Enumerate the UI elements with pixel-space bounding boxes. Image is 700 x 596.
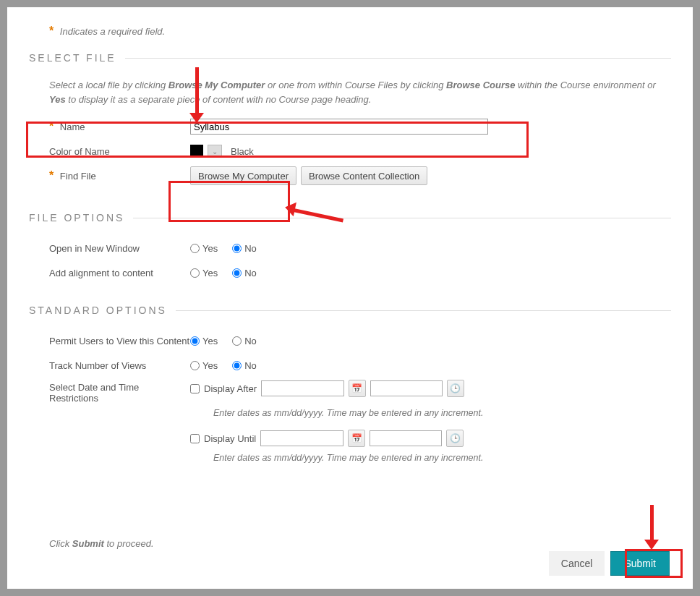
- color-swatch: [190, 145, 203, 158]
- find-file-row: * Find File Browse My Computer Browse Co…: [49, 166, 671, 186]
- section-select-file: SELECT FILE: [29, 52, 671, 64]
- open-new-window-row: Open in New Window Yes No: [49, 238, 671, 258]
- required-asterisk-icon: *: [49, 25, 54, 37]
- section-standard-options: STANDARD OPTIONS: [29, 305, 671, 316]
- display-until-row: Display Until 📅 🕒: [49, 428, 671, 448]
- add-alignment-row: Add alignment to content Yes No: [49, 263, 671, 283]
- display-until-checkbox[interactable]: [190, 434, 200, 443]
- required-note: * Indicates a required field.: [49, 25, 671, 38]
- restrictions-row: Select Date and Time Restrictions Displa…: [49, 380, 671, 404]
- add-alignment-label: Add alignment to content: [49, 268, 190, 278]
- permit-view-no[interactable]: No: [232, 336, 257, 346]
- permit-view-label: Permit Users to View this Content: [49, 336, 190, 346]
- track-views-no[interactable]: No: [232, 360, 257, 371]
- track-views-yes[interactable]: Yes: [190, 360, 218, 371]
- clock-button[interactable]: 🕒: [446, 430, 464, 447]
- display-after-time-input[interactable]: [370, 380, 443, 396]
- section-file-options: FILE OPTIONS: [29, 212, 671, 224]
- add-alignment-yes[interactable]: Yes: [190, 268, 218, 278]
- color-label: Color of Name: [49, 146, 190, 157]
- display-until-time-input[interactable]: [370, 430, 442, 446]
- browse-content-collection-button[interactable]: Browse Content Collection: [301, 166, 427, 185]
- clock-button[interactable]: 🕒: [447, 380, 464, 397]
- display-after-date-input[interactable]: [261, 380, 344, 396]
- chevron-down-icon: ⌄: [212, 148, 218, 156]
- select-file-help: Select a local file by clicking Browse M…: [49, 78, 671, 106]
- name-label: * Name: [49, 120, 190, 133]
- name-input[interactable]: [190, 119, 488, 135]
- required-asterisk-icon: *: [49, 120, 54, 132]
- calendar-button[interactable]: 📅: [348, 430, 365, 447]
- display-after-checkbox[interactable]: [190, 384, 200, 393]
- color-dropdown[interactable]: ⌄: [208, 145, 222, 158]
- track-views-row: Track Number of Views Yes No: [49, 355, 671, 375]
- permit-view-yes[interactable]: Yes: [190, 336, 218, 346]
- display-until-label: Display Until: [204, 433, 256, 444]
- display-until-hint: Enter dates as mm/dd/yyyy. Time may be e…: [213, 453, 671, 463]
- name-row: * Name: [49, 116, 671, 137]
- color-name: Black: [231, 146, 254, 157]
- display-after-hint: Enter dates as mm/dd/yyyy. Time may be e…: [213, 408, 671, 418]
- color-row: Color of Name ⌄ Black: [49, 141, 671, 161]
- required-note-text: Indicates a required field.: [60, 26, 165, 37]
- calendar-icon: 📅: [351, 383, 362, 393]
- browse-my-computer-button[interactable]: Browse My Computer: [190, 166, 296, 185]
- required-asterisk-icon: *: [49, 169, 54, 182]
- display-after-label: Display After: [204, 383, 257, 394]
- calendar-icon: 📅: [351, 433, 362, 443]
- find-file-label: * Find File: [49, 169, 190, 182]
- annotation-arrow-submit: [650, 505, 654, 541]
- calendar-button[interactable]: 📅: [349, 380, 366, 397]
- clock-icon: 🕒: [450, 433, 461, 443]
- footer-note: Click Submit to proceed.: [49, 538, 154, 549]
- open-new-window-yes[interactable]: Yes: [190, 243, 218, 254]
- open-new-window-no[interactable]: No: [232, 243, 257, 254]
- open-new-window-label: Open in New Window: [49, 243, 190, 254]
- clock-icon: 🕒: [450, 383, 461, 393]
- permit-view-row: Permit Users to View this Content Yes No: [49, 331, 671, 351]
- submit-button[interactable]: Submit: [610, 551, 670, 576]
- track-views-label: Track Number of Views: [49, 360, 190, 371]
- display-until-date-input[interactable]: [260, 430, 343, 446]
- restrictions-label: Select Date and Time Restrictions: [49, 380, 190, 404]
- cancel-button[interactable]: Cancel: [549, 551, 605, 576]
- add-alignment-no[interactable]: No: [232, 268, 257, 278]
